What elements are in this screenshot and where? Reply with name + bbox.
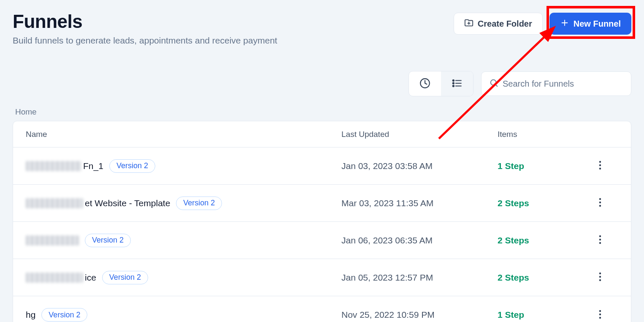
create-folder-button[interactable]: Create Folder [454, 13, 543, 35]
svg-point-20 [599, 239, 601, 240]
items-cell: 2 Steps [498, 198, 582, 208]
col-updated: Last Updated [341, 130, 498, 139]
version-badge: Version 2 [85, 234, 131, 247]
folder-plus-icon [464, 18, 474, 30]
plus-icon [560, 18, 569, 30]
svg-point-17 [599, 202, 601, 203]
items-cell: 1 Step [498, 310, 582, 320]
svg-point-25 [599, 310, 601, 311]
items-cell: 1 Step [498, 161, 582, 171]
updated-cell: Nov 25, 2022 10:59 PM [341, 310, 498, 320]
row-more-button[interactable] [595, 232, 605, 249]
svg-point-11 [491, 80, 496, 85]
redacted-name [26, 198, 83, 208]
version-badge: Version 2 [102, 271, 148, 284]
funnel-name-suffix: Fn_1 [83, 161, 103, 171]
funnel-row[interactable]: et Website - Template Version 2 Mar 03, … [13, 185, 631, 222]
create-folder-label: Create Folder [478, 19, 532, 29]
svg-line-12 [495, 85, 497, 86]
funnel-row[interactable]: ice Version 2 Jan 05, 2023 12:57 PM 2 St… [13, 259, 631, 296]
row-more-button[interactable] [595, 306, 605, 322]
svg-point-21 [599, 242, 601, 244]
page-title: Funnels [13, 11, 277, 32]
svg-point-14 [599, 164, 601, 166]
version-badge: Version 2 [41, 308, 87, 322]
items-cell: 2 Steps [498, 273, 582, 283]
items-cell: 2 Steps [498, 235, 582, 246]
dots-vertical-icon [599, 276, 601, 283]
funnel-name-suffix: hg [26, 310, 35, 320]
svg-point-10 [453, 85, 454, 86]
funnel-name-suffix: et Website - Template [85, 198, 170, 208]
svg-point-24 [599, 279, 601, 281]
funnel-row[interactable]: Fn_1 Version 2 Jan 03, 2023 03:58 AM 1 S… [13, 147, 631, 185]
updated-cell: Jan 03, 2023 03:58 AM [341, 161, 498, 171]
search-field[interactable] [481, 71, 631, 96]
dots-vertical-icon [599, 165, 601, 171]
updated-cell: Jan 06, 2023 06:35 AM [341, 235, 498, 246]
svg-point-27 [599, 317, 601, 318]
dots-vertical-icon [599, 314, 601, 320]
title-block: Funnels Build funnels to generate leads,… [13, 11, 277, 46]
funnel-row[interactable]: Version 2 Jan 06, 2023 06:35 AM 2 Steps [13, 222, 631, 259]
version-badge: Version 2 [176, 196, 222, 210]
svg-point-9 [453, 82, 454, 84]
redacted-name [26, 161, 81, 171]
row-more-button[interactable] [595, 194, 605, 212]
updated-cell: Mar 03, 2023 11:35 AM [341, 198, 498, 208]
funnel-name-suffix: ice [85, 273, 96, 283]
search-icon [489, 78, 498, 89]
view-recent-button[interactable] [409, 71, 441, 96]
col-items: Items [498, 130, 582, 139]
row-more-button[interactable] [595, 157, 605, 175]
svg-point-13 [599, 161, 601, 163]
row-more-button[interactable] [595, 269, 605, 286]
col-name: Name [26, 130, 341, 139]
new-funnel-button[interactable]: New Funnel [549, 13, 631, 35]
redacted-name [26, 273, 83, 283]
svg-point-19 [599, 235, 601, 237]
svg-point-26 [599, 313, 601, 315]
search-input[interactable] [503, 79, 623, 89]
svg-point-16 [599, 198, 601, 200]
new-funnel-label: New Funnel [574, 19, 621, 29]
page-subtitle: Build funnels to generate leads, appoint… [13, 35, 277, 46]
clock-icon [419, 78, 430, 90]
svg-point-22 [599, 273, 601, 274]
redacted-name [26, 235, 79, 246]
list-icon [452, 78, 463, 90]
svg-point-8 [453, 79, 454, 81]
updated-cell: Jan 05, 2023 12:57 PM [341, 273, 498, 283]
dots-vertical-icon [599, 202, 601, 208]
svg-point-23 [599, 276, 601, 278]
view-list-button[interactable] [441, 71, 473, 96]
version-badge: Version 2 [109, 159, 155, 173]
dots-vertical-icon [599, 239, 601, 246]
funnels-table: Name Last Updated Items Fn_1 Version 2 J… [13, 121, 631, 322]
svg-point-15 [599, 168, 601, 169]
svg-point-18 [599, 205, 601, 207]
funnel-row[interactable]: hg Version 2 Nov 25, 2022 10:59 PM 1 Ste… [13, 296, 631, 322]
breadcrumb[interactable]: Home [15, 107, 631, 117]
view-toggle [409, 71, 474, 96]
